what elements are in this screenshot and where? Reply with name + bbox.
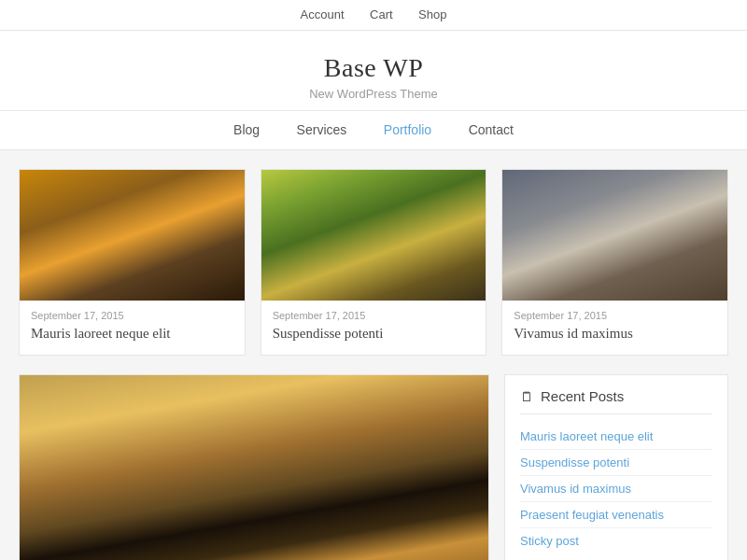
recent-posts-icon: 🗒 xyxy=(520,389,533,404)
post-image-2 xyxy=(261,170,486,301)
nav-services[interactable]: Services xyxy=(297,122,347,137)
site-tagline: New WordPress Theme xyxy=(0,87,747,101)
post-grid: September 17, 2015 Mauris laoreet neque … xyxy=(19,169,728,356)
post-card-3[interactable]: September 17, 2015 Vivamus id maximus xyxy=(501,169,728,356)
cart-link[interactable]: Cart xyxy=(370,7,393,21)
bottom-section: 🗒 Recent Posts Mauris laoreet neque elit… xyxy=(19,374,728,560)
page-content: September 17, 2015 Mauris laoreet neque … xyxy=(0,150,747,560)
nav-contact[interactable]: Contact xyxy=(469,122,514,137)
post-image-3 xyxy=(502,170,727,301)
large-post-image xyxy=(20,375,488,560)
post-card-body-1: September 17, 2015 Mauris laoreet neque … xyxy=(20,301,245,355)
recent-post-4[interactable]: Praesent feugiat venenatis xyxy=(520,502,712,528)
recent-post-5[interactable]: Sticky post xyxy=(520,528,712,553)
recent-post-2[interactable]: Suspendisse potenti xyxy=(520,450,712,476)
site-title: Base WP xyxy=(0,53,747,83)
recent-post-1[interactable]: Mauris laoreet neque elit xyxy=(520,424,712,450)
post-date-3: September 17, 2015 xyxy=(514,310,716,321)
nav-portfolio[interactable]: Portfolio xyxy=(384,122,431,137)
recent-posts-widget: 🗒 Recent Posts Mauris laoreet neque elit… xyxy=(504,374,728,560)
sidebar: 🗒 Recent Posts Mauris laoreet neque elit… xyxy=(504,374,728,560)
post-card-1[interactable]: September 17, 2015 Mauris laoreet neque … xyxy=(19,169,246,356)
nav-blog[interactable]: Blog xyxy=(233,122,260,137)
top-bar: Account Cart Shop xyxy=(0,0,747,31)
post-card-2[interactable]: September 17, 2015 Suspendisse potenti xyxy=(261,169,487,356)
main-nav: Blog Services Portfolio Contact xyxy=(0,110,747,150)
recent-post-3[interactable]: Vivamus id maximus xyxy=(520,476,712,502)
post-date-2: September 17, 2015 xyxy=(273,310,475,321)
post-title-2: Suspendisse potenti xyxy=(273,326,475,342)
post-title-1: Mauris laoreet neque elit xyxy=(31,326,233,342)
post-card-body-2: September 17, 2015 Suspendisse potenti xyxy=(261,301,486,355)
post-image-1 xyxy=(20,170,245,301)
account-link[interactable]: Account xyxy=(301,7,345,21)
post-title-3: Vivamus id maximus xyxy=(514,326,716,342)
post-card-body-3: September 17, 2015 Vivamus id maximus xyxy=(502,301,727,355)
large-post-card[interactable] xyxy=(19,374,489,560)
recent-posts-heading: Recent Posts xyxy=(541,388,624,404)
shop-link[interactable]: Shop xyxy=(418,7,446,21)
site-header: Base WP New WordPress Theme xyxy=(0,31,747,110)
recent-posts-title: 🗒 Recent Posts xyxy=(520,388,712,414)
post-date-1: September 17, 2015 xyxy=(31,310,233,321)
